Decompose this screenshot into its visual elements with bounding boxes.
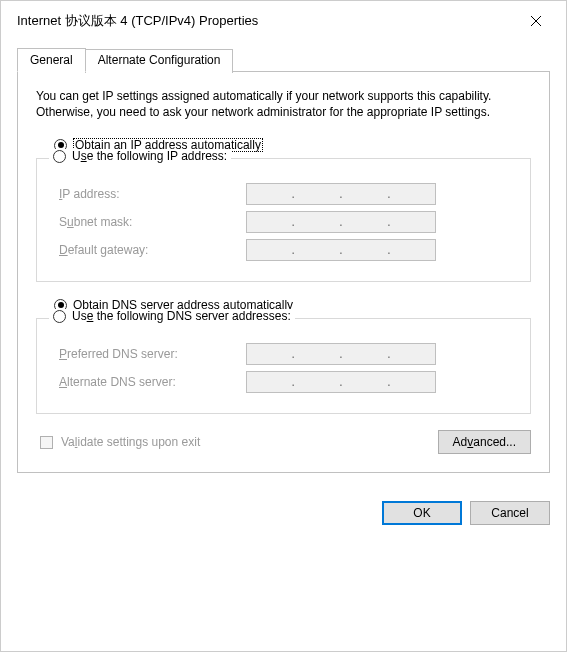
radio-icon	[53, 150, 66, 163]
fieldset-manual-ip: Use the following IP address: IP address…	[36, 158, 531, 282]
tab-strip: General Alternate Configuration	[17, 47, 550, 72]
label-subnet-mask: Subnet mask:	[51, 215, 246, 229]
radio-use-following-dns[interactable]: Use the following DNS server addresses:	[49, 309, 295, 323]
input-preferred-dns: ...	[246, 343, 436, 365]
input-ip-address: ...	[246, 183, 436, 205]
input-default-gateway: ...	[246, 239, 436, 261]
description-text: You can get IP settings assigned automat…	[36, 88, 531, 120]
row-default-gateway: Default gateway: ...	[51, 239, 516, 261]
input-alternate-dns: ...	[246, 371, 436, 393]
checkbox-label: Validate settings upon exit	[61, 435, 200, 449]
ok-button[interactable]: OK	[382, 501, 462, 525]
radio-label: Use the following IP address:	[72, 149, 227, 163]
row-alternate-dns: Alternate DNS server: ...	[51, 371, 516, 393]
tab-alternate-configuration[interactable]: Alternate Configuration	[85, 49, 234, 73]
close-button[interactable]	[518, 9, 554, 33]
label-default-gateway: Default gateway:	[51, 243, 246, 257]
checkbox-validate-settings[interactable]: Validate settings upon exit	[36, 435, 200, 449]
row-preferred-dns: Preferred DNS server: ...	[51, 343, 516, 365]
advanced-button[interactable]: Advanced...	[438, 430, 531, 454]
dialog-button-row: OK Cancel	[1, 489, 566, 537]
cancel-button[interactable]: Cancel	[470, 501, 550, 525]
label-ip-address: IP address:	[51, 187, 246, 201]
window-title: Internet 协议版本 4 (TCP/IPv4) Properties	[17, 12, 258, 30]
row-ip-address: IP address: ...	[51, 183, 516, 205]
label-preferred-dns: Preferred DNS server:	[51, 347, 246, 361]
row-subnet-mask: Subnet mask: ...	[51, 211, 516, 233]
fieldset-manual-dns: Use the following DNS server addresses: …	[36, 318, 531, 414]
label-alternate-dns: Alternate DNS server:	[51, 375, 246, 389]
tab-general[interactable]: General	[17, 48, 86, 72]
content-area: General Alternate Configuration You can …	[1, 39, 566, 489]
titlebar: Internet 协议版本 4 (TCP/IPv4) Properties	[1, 1, 566, 39]
checkbox-icon	[40, 436, 53, 449]
radio-label: Use the following DNS server addresses:	[72, 309, 291, 323]
input-subnet-mask: ...	[246, 211, 436, 233]
tab-panel-general: You can get IP settings assigned automat…	[17, 72, 550, 473]
bottom-row: Validate settings upon exit Advanced...	[36, 430, 531, 454]
close-icon	[530, 15, 542, 27]
radio-icon	[53, 310, 66, 323]
radio-use-following-ip[interactable]: Use the following IP address:	[49, 149, 231, 163]
properties-dialog: Internet 协议版本 4 (TCP/IPv4) Properties Ge…	[0, 0, 567, 652]
